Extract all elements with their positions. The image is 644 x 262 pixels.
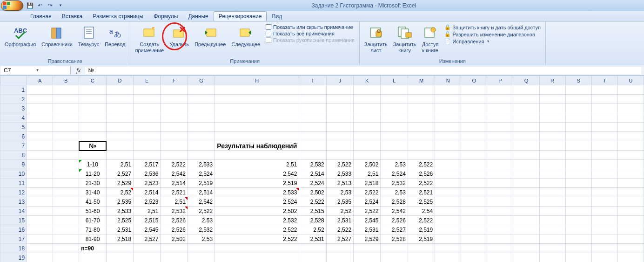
cell[interactable]: n=90 xyxy=(79,244,106,253)
column-header[interactable]: E xyxy=(134,76,161,85)
cell[interactable] xyxy=(539,85,565,95)
new-comment-button[interactable]: Создать примечание xyxy=(133,23,166,54)
cell[interactable] xyxy=(27,169,53,179)
cell[interactable] xyxy=(354,141,381,151)
cell[interactable] xyxy=(461,151,487,160)
cell[interactable] xyxy=(408,141,435,151)
cell[interactable]: 2,542 xyxy=(215,169,299,179)
cell[interactable] xyxy=(435,197,461,207)
cell[interactable]: 2,524 xyxy=(381,169,408,179)
fx-icon[interactable]: fx xyxy=(76,67,80,74)
cell[interactable] xyxy=(134,253,161,262)
cell[interactable]: 2,522 xyxy=(354,207,381,216)
cell[interactable] xyxy=(53,169,79,179)
column-header[interactable]: L xyxy=(381,76,408,85)
column-header[interactable]: S xyxy=(565,76,591,85)
cell[interactable] xyxy=(513,188,539,197)
cell[interactable] xyxy=(79,151,106,160)
cell[interactable]: 2,522 xyxy=(215,234,299,244)
cell[interactable] xyxy=(188,95,215,104)
cell[interactable] xyxy=(513,151,539,160)
cell[interactable] xyxy=(539,169,565,179)
cell[interactable] xyxy=(188,244,215,253)
cell[interactable] xyxy=(513,169,539,179)
cell[interactable] xyxy=(539,253,565,262)
cell[interactable] xyxy=(617,113,644,123)
cell[interactable]: Результаты наблюдений xyxy=(215,141,299,151)
cell[interactable]: 2,526 xyxy=(381,216,408,225)
cell[interactable] xyxy=(539,197,565,207)
cell[interactable] xyxy=(487,113,513,123)
cell[interactable] xyxy=(617,216,644,225)
cell[interactable] xyxy=(513,179,539,188)
cell[interactable] xyxy=(513,113,539,123)
cell[interactable] xyxy=(565,95,591,104)
cell[interactable] xyxy=(565,179,591,188)
row-header[interactable]: 7 xyxy=(0,141,27,151)
cell[interactable] xyxy=(354,123,381,132)
cell[interactable] xyxy=(134,104,161,113)
cell[interactable] xyxy=(461,123,487,132)
cell[interactable]: 2,526 xyxy=(408,169,435,179)
tab-data[interactable]: Данные xyxy=(183,11,213,21)
cell[interactable] xyxy=(461,216,487,225)
cell[interactable] xyxy=(134,132,161,141)
cell[interactable] xyxy=(161,85,188,95)
cell[interactable]: 2,535 xyxy=(326,197,353,207)
cell[interactable] xyxy=(591,207,617,216)
qat-dropdown-icon[interactable]: ▼ xyxy=(57,2,64,9)
cell[interactable] xyxy=(435,207,461,216)
cell[interactable] xyxy=(188,104,215,113)
cell[interactable] xyxy=(27,253,53,262)
cell[interactable] xyxy=(53,113,79,123)
cell[interactable] xyxy=(591,179,617,188)
cell[interactable]: 2,524 xyxy=(188,169,215,179)
cell[interactable]: 2,53 xyxy=(188,216,215,225)
cell[interactable]: 2,521 xyxy=(408,188,435,197)
row-header[interactable]: 17 xyxy=(0,234,27,244)
cell[interactable] xyxy=(79,85,106,95)
cell[interactable]: 2,53 xyxy=(381,160,408,169)
cell[interactable] xyxy=(161,151,188,160)
cell[interactable] xyxy=(215,253,299,262)
cell[interactable] xyxy=(381,123,408,132)
cell[interactable]: 2,532 xyxy=(299,160,326,169)
cell[interactable] xyxy=(617,95,644,104)
cell[interactable] xyxy=(435,188,461,197)
cell[interactable]: 2,522 xyxy=(161,160,188,169)
cell[interactable] xyxy=(617,160,644,169)
cell[interactable]: 2,51 xyxy=(354,169,381,179)
cell[interactable] xyxy=(326,244,353,253)
cell[interactable] xyxy=(487,104,513,113)
cell[interactable]: 2,531 xyxy=(106,225,133,234)
cell[interactable] xyxy=(326,85,353,95)
tab-home[interactable]: Главная xyxy=(25,11,57,21)
cell[interactable] xyxy=(215,95,299,104)
cell[interactable]: 2,514 xyxy=(134,188,161,197)
cell[interactable] xyxy=(513,197,539,207)
name-box[interactable]: C7 ▼ xyxy=(1,66,71,74)
cell[interactable] xyxy=(27,160,53,169)
cell[interactable] xyxy=(299,151,326,160)
cell[interactable] xyxy=(565,244,591,253)
translate-button[interactable]: aあ Перевод xyxy=(103,23,127,48)
formula-input[interactable]: № xyxy=(85,67,641,74)
cell[interactable] xyxy=(408,85,435,95)
cell[interactable]: 2,52 xyxy=(106,188,133,197)
cell[interactable]: 2,522 xyxy=(408,216,435,225)
cell[interactable] xyxy=(487,244,513,253)
cell[interactable]: 2,528 xyxy=(299,216,326,225)
cell[interactable] xyxy=(408,104,435,113)
cell[interactable] xyxy=(565,160,591,169)
column-header[interactable]: O xyxy=(461,76,487,85)
cell[interactable] xyxy=(487,169,513,179)
column-header[interactable]: K xyxy=(354,76,381,85)
cell[interactable] xyxy=(188,123,215,132)
cell[interactable] xyxy=(188,141,215,151)
cell[interactable] xyxy=(215,113,299,123)
cell[interactable] xyxy=(461,95,487,104)
cell[interactable]: 2,522 xyxy=(215,225,299,234)
cell[interactable]: 51-60 xyxy=(79,207,106,216)
cell[interactable] xyxy=(539,234,565,244)
cell[interactable] xyxy=(53,160,79,169)
